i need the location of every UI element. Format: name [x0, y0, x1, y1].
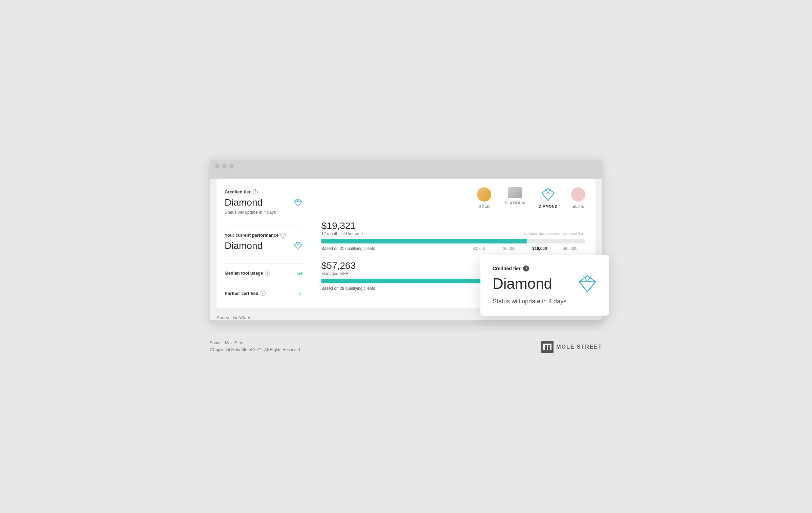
svg-marker-2	[542, 188, 554, 201]
gold-icon	[477, 187, 491, 202]
left-panel: Credited tier i Diamond Status will upda…	[217, 179, 311, 308]
tab-diamond-label: DIAMOND	[539, 204, 558, 208]
tooltip-info-icon[interactable]: i	[523, 265, 529, 272]
tooltip-status-text: Status will update in 4 days	[493, 298, 597, 305]
tooltip-card: Credited tier i Diamond Status will upda…	[480, 255, 609, 316]
current-perf-label: Your current performance i	[225, 233, 303, 238]
footer-copyright-text: ©Copyright Mole Street 2021. All Rights …	[210, 346, 301, 353]
tooltip-diamond-icon	[578, 274, 597, 293]
svg-marker-1	[294, 242, 302, 249]
browser-dot-green	[229, 164, 234, 168]
mole-street-logo: MOLE STREET	[541, 341, 602, 353]
browser-window: Credited tier i Diamond Status will upda…	[210, 160, 602, 324]
managed-mrr-qualifying-text: Based on 28 qualifying clients	[321, 286, 375, 291]
updates-note-text: Updates daily between 7am and 9am	[524, 231, 585, 236]
current-perf-tier-name: Diamond	[225, 240, 263, 251]
credited-tier-text: Credited tier	[225, 189, 251, 194]
tab-diamond[interactable]: DIAMOND	[539, 187, 558, 208]
median-tool-info-icon[interactable]: i	[265, 271, 270, 276]
partner-cert-checkmark: ✓	[298, 290, 303, 297]
partner-cert-info-icon[interactable]: i	[261, 291, 266, 296]
tab-platinum-label: PLATINUM	[505, 201, 525, 205]
current-perf-text: Your current performance	[225, 233, 278, 238]
divider-3	[225, 283, 303, 283]
current-perf-row: Diamond	[225, 239, 303, 253]
median-tool-row: Median tool usage i 6+	[225, 271, 303, 276]
credited-tier-info-icon[interactable]: i	[253, 189, 258, 194]
svg-marker-0	[294, 199, 302, 206]
sold-tier-amount: $19,321	[321, 220, 585, 231]
tab-gold-label: GOLD	[478, 204, 490, 208]
sold-tier-qualifying-text: Based on 31 qualifying clients	[321, 246, 375, 251]
divider-2	[225, 263, 303, 264]
sold-tier-qualifying-row: Based on 31 qualifying clients $3,750 $9…	[321, 246, 585, 251]
footer-right: MOLE STREET	[541, 341, 602, 353]
partner-cert-text: Partner certified	[225, 291, 258, 296]
diamond-icon-left	[293, 198, 303, 207]
credited-tier-name: Diamond	[225, 197, 263, 208]
tab-elite-label: ELITE	[572, 204, 584, 208]
browser-titlebar	[210, 160, 602, 172]
source-hubspot-text: Source: HubSpot	[217, 315, 595, 320]
diamond-icon-perf	[293, 241, 303, 251]
svg-rect-7	[543, 344, 551, 345]
current-perf-info-icon[interactable]: i	[280, 233, 286, 238]
footer-source-text: Source: Mole Street	[210, 340, 301, 346]
sold-tier-desc-text: 12 month sold tier credit	[321, 231, 365, 236]
credited-tier-label: Credited tier i	[225, 189, 303, 194]
page-footer: Source: Mole Street ©Copyright Mole Stre…	[210, 334, 602, 353]
platinum-icon	[508, 187, 522, 198]
sold-tier-milestones: $3,750 $9,000 $19,000 $65,000	[375, 246, 585, 251]
tooltip-credited-text: Credited tier	[493, 266, 520, 271]
median-tool-label: Median tool usage i	[225, 271, 270, 276]
current-performance-section: Your current performance i Diamond	[225, 233, 303, 253]
sold-tier-description-row: 12 month sold tier credit Updates daily …	[321, 231, 585, 236]
milestone-2: $9,000	[494, 246, 524, 251]
tooltip-tier-row: Diamond	[493, 274, 597, 293]
diamond-icon-tab	[541, 187, 555, 202]
tooltip-credited-label: Credited tier i	[493, 265, 597, 272]
credited-tier-row: Diamond	[225, 196, 303, 209]
divider-1	[225, 226, 303, 226]
median-tool-value: 6+	[297, 271, 303, 276]
svg-marker-3	[579, 276, 595, 292]
sold-tier-progress-fill	[321, 239, 527, 243]
footer-left: Source: Mole Street ©Copyright Mole Stre…	[210, 340, 301, 353]
sold-tier-progress-bar	[321, 239, 585, 243]
status-update-text: Status will update in 4 days	[225, 210, 303, 215]
median-tool-text: Median tool usage	[225, 271, 263, 276]
milestone-1: $3,750	[464, 246, 494, 251]
milestone-3: $19,000	[524, 246, 555, 251]
managed-mrr-desc-text: Managed MRR	[321, 271, 349, 276]
partner-cert-row: Partner certified i ✓	[225, 290, 303, 297]
browser-dot-red	[215, 164, 220, 168]
browser-dot-yellow	[222, 164, 227, 168]
tab-elite[interactable]: ELITE	[571, 187, 585, 208]
credited-tier-section: Credited tier i Diamond Status will upda…	[225, 189, 303, 215]
logo-icon	[541, 341, 554, 353]
tooltip-tier-name: Diamond	[493, 275, 552, 292]
sold-tier-credit-section: $19,321 12 month sold tier credit Update…	[321, 220, 585, 251]
tab-platinum[interactable]: PLATINUM	[505, 187, 525, 208]
tab-gold[interactable]: GOLD	[477, 187, 491, 208]
tier-tabs: GOLD PLATINUM DIAMOND	[321, 187, 585, 212]
milestone-4: $65,000	[555, 246, 585, 251]
elite-icon	[571, 187, 585, 202]
mole-street-logo-text: MOLE STREET	[556, 344, 602, 350]
partner-cert-label: Partner certified i	[225, 291, 266, 296]
